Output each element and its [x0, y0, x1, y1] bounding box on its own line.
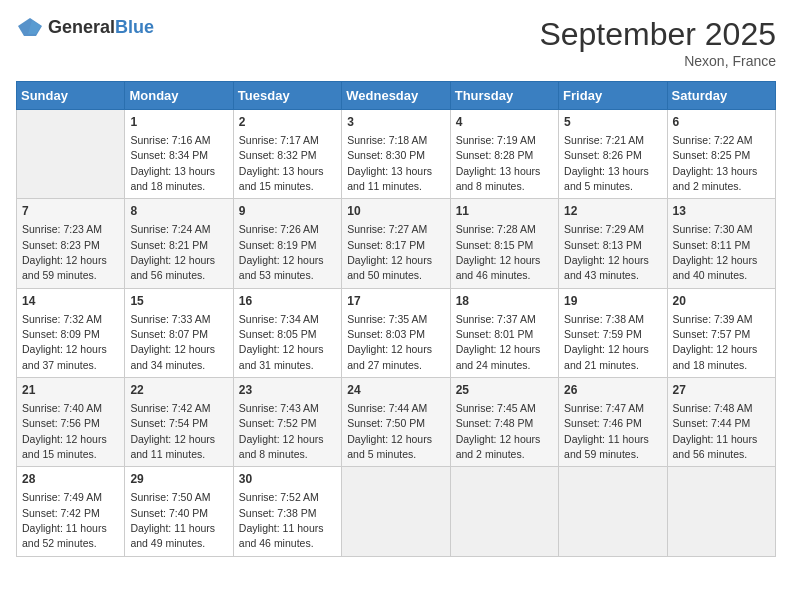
calendar-cell: 3Sunrise: 7:18 AM Sunset: 8:30 PM Daylig… — [342, 110, 450, 199]
day-info: Sunrise: 7:24 AM Sunset: 8:21 PM Dayligh… — [130, 223, 215, 281]
calendar-cell: 12Sunrise: 7:29 AM Sunset: 8:13 PM Dayli… — [559, 199, 667, 288]
day-number: 7 — [22, 203, 119, 220]
day-info: Sunrise: 7:38 AM Sunset: 7:59 PM Dayligh… — [564, 313, 649, 371]
calendar-cell: 24Sunrise: 7:44 AM Sunset: 7:50 PM Dayli… — [342, 378, 450, 467]
calendar-cell — [559, 467, 667, 556]
header-day-monday: Monday — [125, 82, 233, 110]
logo-general: General — [48, 17, 115, 37]
day-number: 16 — [239, 293, 336, 310]
day-number: 23 — [239, 382, 336, 399]
header-day-wednesday: Wednesday — [342, 82, 450, 110]
day-number: 27 — [673, 382, 770, 399]
title-area: September 2025 Nexon, France — [539, 16, 776, 69]
day-info: Sunrise: 7:33 AM Sunset: 8:07 PM Dayligh… — [130, 313, 215, 371]
header-day-saturday: Saturday — [667, 82, 775, 110]
calendar-cell: 14Sunrise: 7:32 AM Sunset: 8:09 PM Dayli… — [17, 288, 125, 377]
day-number: 5 — [564, 114, 661, 131]
day-number: 11 — [456, 203, 553, 220]
calendar-cell: 1Sunrise: 7:16 AM Sunset: 8:34 PM Daylig… — [125, 110, 233, 199]
calendar-cell: 18Sunrise: 7:37 AM Sunset: 8:01 PM Dayli… — [450, 288, 558, 377]
calendar-cell — [667, 467, 775, 556]
calendar-header-row: SundayMondayTuesdayWednesdayThursdayFrid… — [17, 82, 776, 110]
day-number: 25 — [456, 382, 553, 399]
day-number: 21 — [22, 382, 119, 399]
day-info: Sunrise: 7:49 AM Sunset: 7:42 PM Dayligh… — [22, 491, 107, 549]
day-number: 17 — [347, 293, 444, 310]
day-number: 15 — [130, 293, 227, 310]
week-row-5: 28Sunrise: 7:49 AM Sunset: 7:42 PM Dayli… — [17, 467, 776, 556]
day-number: 14 — [22, 293, 119, 310]
location-title: Nexon, France — [539, 53, 776, 69]
day-number: 9 — [239, 203, 336, 220]
calendar-cell — [17, 110, 125, 199]
day-info: Sunrise: 7:29 AM Sunset: 8:13 PM Dayligh… — [564, 223, 649, 281]
day-number: 26 — [564, 382, 661, 399]
month-title: September 2025 — [539, 16, 776, 53]
calendar-cell: 28Sunrise: 7:49 AM Sunset: 7:42 PM Dayli… — [17, 467, 125, 556]
day-info: Sunrise: 7:42 AM Sunset: 7:54 PM Dayligh… — [130, 402, 215, 460]
day-number: 6 — [673, 114, 770, 131]
day-info: Sunrise: 7:16 AM Sunset: 8:34 PM Dayligh… — [130, 134, 215, 192]
week-row-4: 21Sunrise: 7:40 AM Sunset: 7:56 PM Dayli… — [17, 378, 776, 467]
calendar-cell: 23Sunrise: 7:43 AM Sunset: 7:52 PM Dayli… — [233, 378, 341, 467]
day-info: Sunrise: 7:40 AM Sunset: 7:56 PM Dayligh… — [22, 402, 107, 460]
day-number: 13 — [673, 203, 770, 220]
day-number: 22 — [130, 382, 227, 399]
day-number: 28 — [22, 471, 119, 488]
calendar-cell: 2Sunrise: 7:17 AM Sunset: 8:32 PM Daylig… — [233, 110, 341, 199]
day-number: 18 — [456, 293, 553, 310]
day-number: 24 — [347, 382, 444, 399]
day-info: Sunrise: 7:22 AM Sunset: 8:25 PM Dayligh… — [673, 134, 758, 192]
calendar-cell: 4Sunrise: 7:19 AM Sunset: 8:28 PM Daylig… — [450, 110, 558, 199]
logo-icon — [16, 16, 44, 38]
calendar-cell: 29Sunrise: 7:50 AM Sunset: 7:40 PM Dayli… — [125, 467, 233, 556]
calendar-cell: 11Sunrise: 7:28 AM Sunset: 8:15 PM Dayli… — [450, 199, 558, 288]
day-info: Sunrise: 7:48 AM Sunset: 7:44 PM Dayligh… — [673, 402, 758, 460]
week-row-1: 1Sunrise: 7:16 AM Sunset: 8:34 PM Daylig… — [17, 110, 776, 199]
week-row-3: 14Sunrise: 7:32 AM Sunset: 8:09 PM Dayli… — [17, 288, 776, 377]
day-info: Sunrise: 7:21 AM Sunset: 8:26 PM Dayligh… — [564, 134, 649, 192]
day-number: 3 — [347, 114, 444, 131]
calendar-cell: 16Sunrise: 7:34 AM Sunset: 8:05 PM Dayli… — [233, 288, 341, 377]
calendar-cell: 5Sunrise: 7:21 AM Sunset: 8:26 PM Daylig… — [559, 110, 667, 199]
day-info: Sunrise: 7:47 AM Sunset: 7:46 PM Dayligh… — [564, 402, 649, 460]
day-info: Sunrise: 7:19 AM Sunset: 8:28 PM Dayligh… — [456, 134, 541, 192]
calendar-cell: 6Sunrise: 7:22 AM Sunset: 8:25 PM Daylig… — [667, 110, 775, 199]
calendar-cell: 8Sunrise: 7:24 AM Sunset: 8:21 PM Daylig… — [125, 199, 233, 288]
day-info: Sunrise: 7:45 AM Sunset: 7:48 PM Dayligh… — [456, 402, 541, 460]
calendar-cell: 10Sunrise: 7:27 AM Sunset: 8:17 PM Dayli… — [342, 199, 450, 288]
calendar-cell: 26Sunrise: 7:47 AM Sunset: 7:46 PM Dayli… — [559, 378, 667, 467]
day-info: Sunrise: 7:37 AM Sunset: 8:01 PM Dayligh… — [456, 313, 541, 371]
calendar-cell: 9Sunrise: 7:26 AM Sunset: 8:19 PM Daylig… — [233, 199, 341, 288]
logo-text: GeneralBlue — [48, 17, 154, 38]
day-info: Sunrise: 7:28 AM Sunset: 8:15 PM Dayligh… — [456, 223, 541, 281]
day-number: 2 — [239, 114, 336, 131]
day-number: 1 — [130, 114, 227, 131]
calendar-cell — [342, 467, 450, 556]
day-info: Sunrise: 7:27 AM Sunset: 8:17 PM Dayligh… — [347, 223, 432, 281]
day-info: Sunrise: 7:30 AM Sunset: 8:11 PM Dayligh… — [673, 223, 758, 281]
logo: GeneralBlue — [16, 16, 154, 38]
day-info: Sunrise: 7:43 AM Sunset: 7:52 PM Dayligh… — [239, 402, 324, 460]
header-day-thursday: Thursday — [450, 82, 558, 110]
day-info: Sunrise: 7:23 AM Sunset: 8:23 PM Dayligh… — [22, 223, 107, 281]
header-day-tuesday: Tuesday — [233, 82, 341, 110]
calendar-cell — [450, 467, 558, 556]
week-row-2: 7Sunrise: 7:23 AM Sunset: 8:23 PM Daylig… — [17, 199, 776, 288]
day-number: 29 — [130, 471, 227, 488]
day-info: Sunrise: 7:26 AM Sunset: 8:19 PM Dayligh… — [239, 223, 324, 281]
header: GeneralBlue September 2025 Nexon, France — [16, 16, 776, 69]
day-number: 10 — [347, 203, 444, 220]
calendar-cell: 17Sunrise: 7:35 AM Sunset: 8:03 PM Dayli… — [342, 288, 450, 377]
day-info: Sunrise: 7:34 AM Sunset: 8:05 PM Dayligh… — [239, 313, 324, 371]
calendar-cell: 21Sunrise: 7:40 AM Sunset: 7:56 PM Dayli… — [17, 378, 125, 467]
day-number: 8 — [130, 203, 227, 220]
calendar-cell: 22Sunrise: 7:42 AM Sunset: 7:54 PM Dayli… — [125, 378, 233, 467]
header-day-sunday: Sunday — [17, 82, 125, 110]
calendar-cell: 30Sunrise: 7:52 AM Sunset: 7:38 PM Dayli… — [233, 467, 341, 556]
day-info: Sunrise: 7:32 AM Sunset: 8:09 PM Dayligh… — [22, 313, 107, 371]
day-number: 20 — [673, 293, 770, 310]
day-number: 12 — [564, 203, 661, 220]
header-day-friday: Friday — [559, 82, 667, 110]
calendar-cell: 20Sunrise: 7:39 AM Sunset: 7:57 PM Dayli… — [667, 288, 775, 377]
